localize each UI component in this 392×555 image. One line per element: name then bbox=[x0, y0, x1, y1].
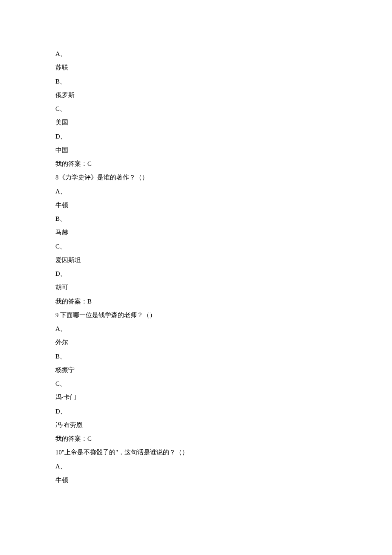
answer-line: 我的答案：C bbox=[55, 157, 337, 171]
option-label: B、 bbox=[55, 212, 337, 225]
option-label: B、 bbox=[55, 75, 337, 88]
option-text: 马赫 bbox=[55, 225, 337, 239]
option-label: A、 bbox=[55, 185, 337, 198]
option-text: 爱因斯坦 bbox=[55, 253, 337, 267]
option-label: A、 bbox=[55, 47, 337, 61]
option-label: D、 bbox=[55, 267, 337, 280]
answer-line: 我的答案：C bbox=[55, 432, 337, 445]
option-text: 美国 bbox=[55, 116, 337, 129]
option-text: 杨振宁 bbox=[55, 363, 337, 377]
option-label: D、 bbox=[55, 405, 337, 418]
option-text: 胡可 bbox=[55, 280, 337, 294]
question-prompt: 10"上帝是不掷骰子的"，这句话是谁说的？（） bbox=[55, 445, 337, 459]
answer-line: 我的答案：B bbox=[55, 295, 337, 308]
option-text: 俄罗斯 bbox=[55, 88, 337, 102]
question-prompt: 9 下面哪一位是钱学森的老师？（） bbox=[55, 308, 337, 322]
option-label: B、 bbox=[55, 350, 337, 363]
option-label: D、 bbox=[55, 130, 337, 143]
option-label: A、 bbox=[55, 322, 337, 335]
option-text: 苏联 bbox=[55, 61, 337, 74]
question-prompt: 8《力学史评》是谁的著作？（） bbox=[55, 171, 337, 184]
option-label: C、 bbox=[55, 240, 337, 253]
option-text: 冯·卡门 bbox=[55, 390, 337, 404]
option-text: 牛顿 bbox=[55, 198, 337, 212]
option-label: A、 bbox=[55, 460, 337, 473]
option-text: 冯·布劳恩 bbox=[55, 418, 337, 432]
option-text: 牛顿 bbox=[55, 473, 337, 487]
option-label: C、 bbox=[55, 377, 337, 390]
option-label: C、 bbox=[55, 102, 337, 116]
option-text: 中国 bbox=[55, 143, 337, 157]
document-content: A、 苏联 B、 俄罗斯 C、 美国 D、 中国 我的答案：C 8《力学史评》是… bbox=[55, 47, 337, 487]
option-text: 外尔 bbox=[55, 335, 337, 349]
